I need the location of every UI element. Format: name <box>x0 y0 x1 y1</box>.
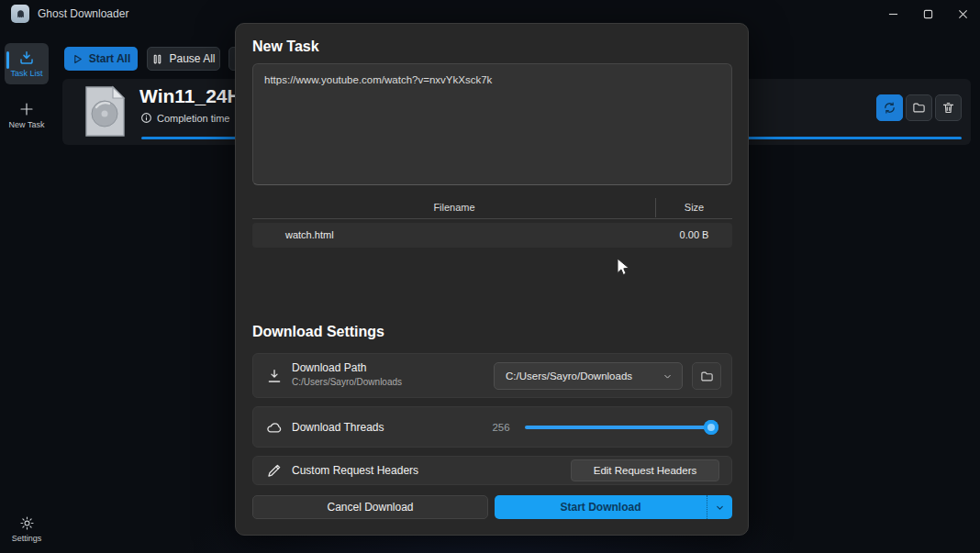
cloud-icon <box>266 419 283 436</box>
start-all-label: Start All <box>89 52 131 65</box>
download-tray-icon <box>18 50 35 66</box>
open-folder-button[interactable] <box>906 94 932 121</box>
resume-task-button[interactable] <box>876 94 903 121</box>
cancel-download-button[interactable]: Cancel Download <box>252 495 488 519</box>
sidebar-item-label: New Task <box>9 120 45 129</box>
start-download-label: Start Download <box>495 495 707 519</box>
pause-all-label: Pause All <box>169 52 215 65</box>
sidebar-item-new-task[interactable]: New Task <box>5 94 49 129</box>
active-indicator <box>6 51 9 69</box>
sync-icon <box>883 101 896 115</box>
download-settings-title: Download Settings <box>252 324 384 340</box>
window-title: Ghost Downloader <box>38 0 128 28</box>
info-icon <box>140 112 152 124</box>
start-download-dropdown[interactable] <box>707 495 732 519</box>
edit-request-headers-button[interactable]: Edit Request Headers <box>571 459 719 481</box>
ghost-app-icon <box>11 5 29 23</box>
download-threads-card: Download Threads 256 <box>252 406 732 448</box>
download-threads-label: Download Threads <box>292 421 384 434</box>
app-window: Ghost Downloader Task List New Task Sett <box>0 0 980 553</box>
delete-task-button[interactable] <box>935 94 962 121</box>
start-all-button[interactable]: Start All <box>64 47 138 71</box>
size-cell: 0.00 B <box>656 223 732 248</box>
custom-headers-label: Custom Request Headers <box>292 464 418 477</box>
filename-cell: watch.html <box>285 223 334 248</box>
sidebar-item-label: Settings <box>12 534 42 543</box>
folder-icon <box>912 101 926 115</box>
chevron-down-icon <box>663 371 673 382</box>
close-button[interactable] <box>945 0 980 28</box>
slider-thumb[interactable] <box>704 420 718 435</box>
file-table-header: Filename Size <box>252 196 732 219</box>
task-status: Completion time <box>140 112 229 124</box>
sidebar-item-label: Task List <box>10 69 42 78</box>
download-path-card: Download Path C:/Users/Sayro/Downloads C… <box>252 353 732 398</box>
folder-icon <box>700 370 714 383</box>
download-path-current: C:/Users/Sayro/Downloads <box>292 377 402 387</box>
task-status-label: Completion time <box>157 113 229 124</box>
download-path-label: Download Path <box>292 361 366 374</box>
new-task-dialog: New Task https://www.youtube.com/watch?v… <box>235 23 749 536</box>
sidebar: Task List New Task Settings <box>0 28 53 553</box>
download-path-select[interactable]: C:/Users/Sayro/Downloads <box>494 362 683 390</box>
pause-icon <box>151 53 163 65</box>
play-icon <box>72 53 84 65</box>
trash-icon <box>941 101 955 115</box>
download-icon <box>266 368 283 384</box>
download-path-selected: C:/Users/Sayro/Downloads <box>506 371 663 382</box>
pause-all-button[interactable]: Pause All <box>147 47 220 71</box>
size-column-header: Size <box>656 196 732 218</box>
pencil-icon <box>266 462 283 479</box>
plus-icon <box>18 101 35 117</box>
chevron-down-icon <box>715 503 725 513</box>
iso-file-icon <box>84 85 126 138</box>
threads-value: 256 <box>483 422 519 433</box>
maximize-button[interactable] <box>910 0 945 28</box>
sidebar-item-settings[interactable]: Settings <box>5 508 49 543</box>
threads-slider[interactable] <box>525 420 718 435</box>
start-download-button[interactable]: Start Download <box>495 495 732 519</box>
minimize-button[interactable] <box>875 0 910 28</box>
table-row[interactable]: watch.html 0.00 B <box>252 223 732 248</box>
request-headers-card: Custom Request Headers Edit Request Head… <box>252 456 732 485</box>
filename-column-header: Filename <box>252 196 656 218</box>
sidebar-item-task-list[interactable]: Task List <box>5 43 49 84</box>
dialog-title: New Task <box>252 39 319 55</box>
browse-folder-button[interactable] <box>692 362 721 390</box>
url-input[interactable]: https://www.youtube.com/watch?v=nxvYkXsc… <box>252 63 732 185</box>
slider-track <box>525 426 718 429</box>
gear-icon <box>19 515 35 531</box>
